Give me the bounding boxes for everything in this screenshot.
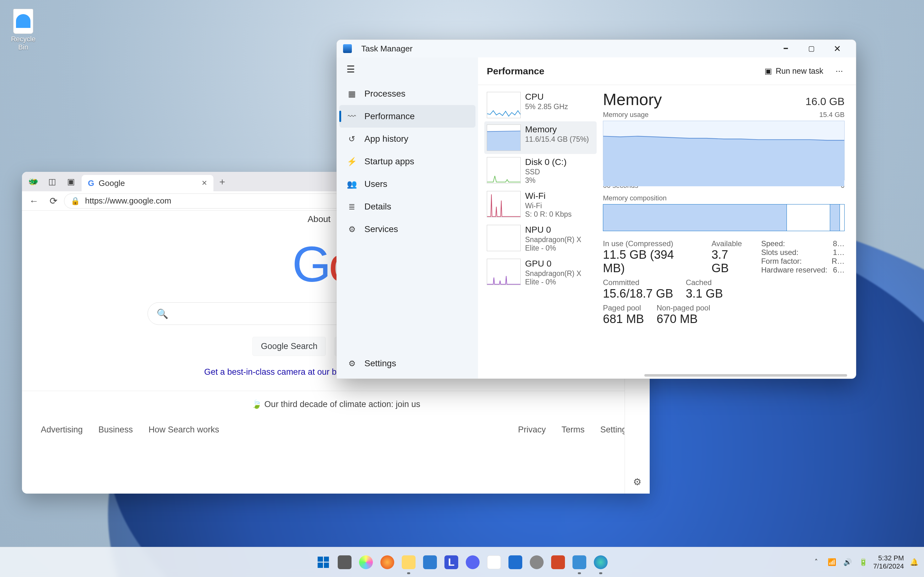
sidebar-item-settings[interactable]: ⚙ Settings (337, 352, 478, 375)
composition-label: Memory composition (603, 194, 845, 202)
sidebar-item-processes[interactable]: ▦ Processes (337, 82, 478, 105)
wifi-tray-icon[interactable]: 📶 (826, 558, 837, 566)
content-header: Performance ▣ Run new task ⋯ (478, 57, 856, 85)
titlebar[interactable]: Task Manager ━ ▢ ✕ (337, 40, 856, 57)
users-icon: 👥 (347, 179, 357, 189)
volume-tray-icon[interactable]: 🔊 (842, 558, 853, 566)
about-link[interactable]: About (308, 214, 331, 224)
desktop-icon-recycle-bin[interactable]: Recycle Bin (6, 9, 41, 52)
perf-item-wifi[interactable]: Wi-Fi Wi-Fi S: 0 R: 0 Kbps (484, 188, 597, 222)
close-tab-icon[interactable]: ✕ (202, 179, 207, 187)
memory-usage-chart (603, 121, 845, 180)
page-title: Performance (487, 66, 544, 77)
hamburger-button[interactable]: ☰ (341, 61, 360, 77)
copilot-icon[interactable] (357, 553, 375, 572)
perf-item-npu[interactable]: NPU 0 Snapdragon(R) X Elite - 0% (484, 222, 597, 256)
footer-business[interactable]: Business (99, 425, 133, 435)
total-memory: 16.0 GB (805, 95, 845, 108)
l-app-icon[interactable]: L (442, 553, 461, 572)
wifi-thumb (487, 191, 521, 217)
workspaces-icon[interactable]: ◫ (44, 175, 60, 188)
tab-google[interactable]: G Google ✕ (82, 175, 213, 191)
settings-icon: ⚙ (347, 359, 357, 369)
firefox-icon[interactable] (378, 553, 397, 572)
google-favicon-icon: G (88, 179, 94, 188)
recycle-bin-label: Recycle Bin (6, 35, 41, 52)
memory-composition-chart (603, 204, 845, 231)
battery-tray-icon[interactable]: 🔋 (858, 558, 869, 566)
performance-icon: 〰 (347, 112, 357, 121)
stat-cached: Cached 3.1 GB (686, 278, 723, 300)
run-task-icon: ▣ (764, 66, 772, 76)
perf-item-cpu[interactable]: CPU 5% 2.85 GHz (484, 89, 597, 121)
google-search-button[interactable]: Google Search (252, 337, 326, 356)
back-button[interactable]: ← (25, 193, 43, 208)
horizontal-scrollbar[interactable] (645, 374, 847, 377)
slack-icon[interactable] (485, 553, 504, 572)
more-options-button[interactable]: ⋯ (832, 67, 847, 76)
sidebar-item-performance[interactable]: 〰 Performance (339, 105, 475, 127)
performance-list: CPU 5% 2.85 GHz Memory 11.6/15.4 GB (75%… (478, 85, 599, 379)
task-manager-taskbar-icon[interactable] (570, 553, 589, 572)
settings-app-icon[interactable] (527, 553, 546, 572)
stat-inuse: In use (Compressed) 11.5 GB (394 MB) (603, 239, 699, 275)
svg-marker-1 (603, 136, 844, 186)
url-text: https://www.google.com (85, 196, 171, 206)
edge-icon[interactable] (591, 553, 610, 572)
taskbar-clock[interactable]: 5:32 PM 7/16/2024 (873, 554, 904, 570)
powerpoint-icon[interactable] (549, 553, 567, 572)
cpu-thumb (487, 92, 521, 118)
app-icon (343, 44, 352, 53)
processes-icon: ▦ (347, 89, 357, 99)
footer-how-search-works[interactable]: How Search works (149, 425, 219, 435)
tab-title: Google (99, 179, 125, 188)
close-button[interactable]: ✕ (824, 42, 850, 55)
perf-item-gpu[interactable]: GPU 0 Snapdragon(R) X Elite - 0% (484, 256, 597, 289)
taskbar-apps: L (314, 553, 610, 572)
microsoft-store-icon[interactable] (420, 553, 439, 572)
sidebar-item-startup[interactable]: ⚡ Startup apps (337, 150, 478, 173)
stat-available: Available 3.7 GB (711, 239, 748, 275)
footer-terms[interactable]: Terms (562, 425, 585, 435)
profile-icon[interactable]: 🐲 (25, 175, 42, 188)
stat-nonpaged: Non-paged pool 670 MB (657, 303, 710, 326)
task-manager-window: Task Manager ━ ▢ ✕ ☰ ▦ Processes 〰 Perfo… (336, 40, 856, 379)
disk-thumb (487, 157, 521, 184)
window-title: Task Manager (361, 44, 412, 54)
sidebar-item-history[interactable]: ↺ App history (337, 127, 478, 150)
refresh-button[interactable]: ⟳ (45, 193, 62, 208)
file-explorer-icon[interactable] (399, 553, 418, 572)
footer-privacy[interactable]: Privacy (518, 425, 546, 435)
stat-committed: Committed 15.6/18.7 GB (603, 278, 673, 300)
memory-thumb (487, 124, 521, 151)
search-icon: 🔍 (157, 308, 168, 319)
run-new-task-button[interactable]: ▣ Run new task (764, 66, 823, 76)
sidebar-item-services[interactable]: ⚙ Services (337, 218, 478, 240)
tab-overview-icon[interactable]: ▣ (63, 175, 79, 188)
task-view-icon[interactable] (335, 553, 354, 572)
sidebar-item-details[interactable]: ≣ Details (337, 195, 478, 218)
footer: Advertising Business How Search works Pr… (22, 417, 650, 442)
performance-detail: Memory 16.0 GB Memory usage 15.4 GB (599, 85, 856, 379)
start-button[interactable] (314, 553, 333, 572)
usage-label: Memory usage (603, 111, 649, 119)
npu-thumb (487, 225, 521, 251)
outlook-icon[interactable] (506, 553, 525, 572)
perf-item-memory[interactable]: Memory 11.6/15.4 GB (75%) (484, 121, 597, 154)
tray-chevron-icon[interactable]: ˄ (810, 558, 822, 566)
maximize-button[interactable]: ▢ (799, 42, 824, 55)
stat-paged: Paged pool 681 MB (603, 303, 644, 326)
sidebar-item-users[interactable]: 👥 Users (337, 173, 478, 195)
footer-advertising[interactable]: Advertising (41, 425, 83, 435)
system-tray: ˄ 📶 🔊 🔋 5:32 PM 7/16/2024 🔔 (810, 547, 919, 577)
notifications-icon[interactable]: 🔔 (908, 558, 919, 566)
perf-item-disk[interactable]: Disk 0 (C:) SSD 3% (484, 154, 597, 188)
new-tab-button[interactable]: ＋ (216, 175, 228, 188)
recycle-bin-icon (13, 9, 33, 34)
sidebar-settings-icon[interactable]: ⚙ (633, 476, 641, 487)
startup-icon: ⚡ (347, 157, 357, 166)
climate-banner[interactable]: 🍃 Our third decade of climate action: jo… (22, 391, 650, 417)
discord-icon[interactable] (463, 553, 482, 572)
details-icon: ≣ (347, 202, 357, 212)
minimize-button[interactable]: ━ (773, 42, 798, 55)
